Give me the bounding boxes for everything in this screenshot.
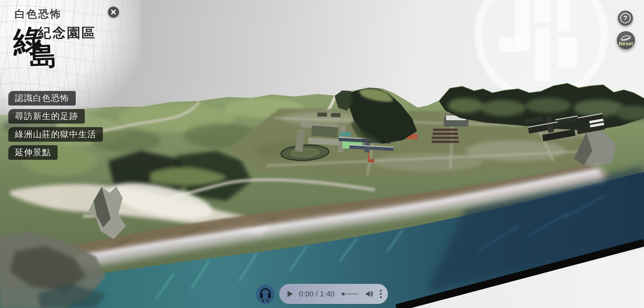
reset-button[interactable]: Reset <box>617 31 635 49</box>
headphones-icon <box>258 287 273 299</box>
menu-item-new-life-footprints[interactable]: 尋訪新生的足跡 <box>8 109 85 124</box>
language-audio-button[interactable]: EN <box>256 285 275 304</box>
progress-bar[interactable] <box>342 293 359 295</box>
volume-button[interactable] <box>365 290 373 298</box>
audio-player: 0:00 / 1:40 <box>279 284 388 304</box>
progress-handle[interactable] <box>342 292 345 295</box>
play-icon <box>287 290 293 297</box>
menu-item-oasis-villa-prison-life[interactable]: 綠洲山莊的獄中生活 <box>8 127 103 142</box>
help-icon: ? <box>620 13 631 23</box>
language-label: EN <box>261 298 270 302</box>
volume-icon <box>365 290 373 298</box>
close-button[interactable] <box>108 7 119 18</box>
viewer-stage[interactable]: 白色恐怖 綠 島 紀念園區 ? Reset 認識白色恐怖 尋訪新生的足跡 綠洲山… <box>0 0 644 308</box>
time-display: 0:00 / 1:40 <box>299 290 335 298</box>
help-button[interactable]: ? <box>618 11 633 26</box>
close-icon <box>111 9 116 15</box>
menu-item-white-terror[interactable]: 認識白色恐怖 <box>8 91 76 106</box>
menu-item-extended-sights[interactable]: 延伸景點 <box>8 145 58 160</box>
kebab-menu-icon <box>380 290 382 298</box>
overflow-menu-button[interactable] <box>380 290 382 298</box>
main-menu: 認識白色恐怖 尋訪新生的足跡 綠洲山莊的獄中生活 延伸景點 <box>8 91 103 160</box>
play-button[interactable] <box>287 290 293 297</box>
